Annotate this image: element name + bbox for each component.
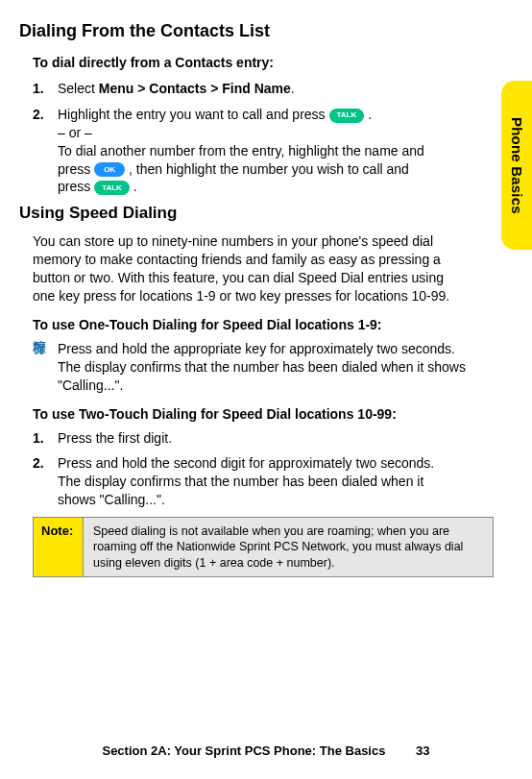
sep: >: [206, 81, 222, 96]
page-title: Dialing From the Contacts List: [19, 21, 497, 41]
side-tab-label: Phone Basics: [509, 117, 525, 214]
step-number: 2.: [33, 454, 58, 509]
footer-page-number: 33: [416, 743, 429, 758]
note-label: Note:: [33, 517, 83, 577]
step-body: Highlight the entry you want to call and…: [58, 106, 497, 196]
step-1: 1. Select Menu > Contacts > Find Name.: [33, 80, 497, 98]
step-number: 1.: [33, 429, 58, 448]
text: .: [291, 81, 295, 96]
text: Select: [58, 81, 99, 96]
sep: >: [133, 81, 149, 96]
find-name-label: Find Name: [222, 81, 291, 96]
text: Highlight the entry you want to call and…: [58, 107, 329, 122]
step-body: Press and hold the second digit for appr…: [58, 454, 497, 509]
note-body: Speed dialing is not available when you …: [83, 517, 494, 577]
step-body: Select Menu > Contacts > Find Name.: [58, 80, 497, 98]
text: .: [368, 107, 372, 122]
bullet-marker-icon: 䊳: [33, 340, 58, 395]
bullet-text: Press and hold the appropriate key for a…: [58, 340, 469, 395]
page-footer: Section 2A: Your Sprint PCS Phone: The B…: [0, 743, 532, 758]
ok-key-icon: OK: [94, 162, 125, 177]
menu-label: Menu: [99, 81, 134, 96]
note-box: Note: Speed dialing is not available whe…: [33, 517, 494, 577]
footer-section: Section 2A: Your Sprint PCS Phone: The B…: [102, 743, 385, 758]
paragraph-speed-dial-intro: You can store up to ninety-nine numbers …: [33, 232, 497, 305]
side-tab: Phone Basics: [501, 81, 532, 250]
text: .: [133, 179, 137, 194]
page: Phone Basics Dialing From the Contacts L…: [0, 0, 532, 779]
step-number: 1.: [33, 80, 58, 98]
step-2: 2. Press and hold the second digit for a…: [33, 454, 497, 509]
steps-dial-contacts: 1. Select Menu > Contacts > Find Name. 2…: [33, 80, 497, 196]
steps-two-touch: 1. Press the first digit. 2. Press and h…: [33, 429, 497, 510]
lead-one-touch: To use One-Touch Dialing for Speed Dial …: [33, 317, 497, 332]
bullet-one-touch: 䊳 Press and hold the appropriate key for…: [33, 340, 497, 395]
step-2: 2. Highlight the entry you want to call …: [33, 106, 497, 196]
contacts-label: Contacts: [149, 81, 206, 96]
step-1: 1. Press the first digit.: [33, 429, 497, 448]
lead-dial-contacts: To dial directly from a Contacts entry:: [33, 55, 497, 70]
lead-two-touch: To use Two-Touch Dialing for Speed Dial …: [33, 406, 497, 422]
text-or: – or –: [58, 125, 92, 140]
step-number: 2.: [33, 106, 58, 196]
subhead-speed-dial: Using Speed Dialing: [19, 204, 497, 223]
talk-key-icon: TALK: [94, 181, 130, 195]
step-body: Press the first digit.: [58, 429, 497, 448]
talk-key-icon: TALK: [329, 109, 365, 123]
